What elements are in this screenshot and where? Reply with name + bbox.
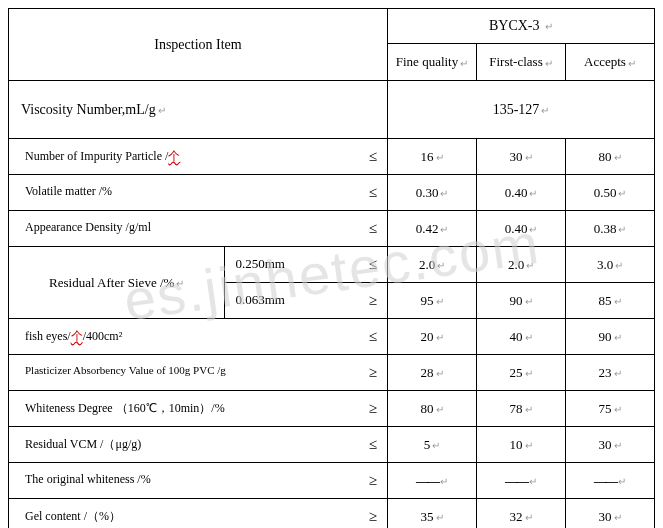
row-origwhite-label: The original whiteness /% ≥ (9, 463, 388, 499)
para-mark: ↵ (435, 260, 445, 271)
plasticizer-text: Plasticizer Absorbency Value of 100g PVC… (17, 364, 341, 381)
row-sieve-mesh-1: 0.063mm ≥ (225, 283, 388, 319)
para-mark: ↵ (616, 188, 626, 199)
whiteness-first: 78↵ (477, 391, 566, 427)
para-mark: ↵ (616, 476, 626, 487)
para-mark: ↵ (434, 404, 444, 415)
row-impurity-label: Number of Impurity Particle /个 ≤ (9, 139, 388, 175)
row-volatile-fine: 0.30↵ (388, 175, 477, 211)
row-density-fine: 0.42↵ (388, 211, 477, 247)
plasticizer-first: 25↵ (477, 355, 566, 391)
row-sieve-text: Residual After Sieve /% (49, 275, 174, 290)
fisheyes-first: 40↵ (477, 319, 566, 355)
vcm-accepts: 30↵ (566, 427, 655, 463)
whiteness-fine: 80↵ (388, 391, 477, 427)
header-product: BYCX-3 ↵ (388, 9, 655, 44)
para-mark: ↵ (438, 224, 448, 235)
whiteness-text: Whiteness Degree （160℃，10min）/% (17, 400, 341, 417)
row-plasticizer-label: Plasticizer Absorbency Value of 100g PVC… (9, 355, 388, 391)
mesh-1-text: 0.063mm (235, 292, 341, 309)
plasticizer-fine: 28↵ (388, 355, 477, 391)
para-mark: ↵ (523, 296, 533, 307)
row-impurity-accepts: 80↵ (566, 139, 655, 175)
fisheyes-red: 个 (71, 329, 83, 343)
para-mark: ↵ (524, 260, 534, 271)
sieve-1-first: 90↵ (477, 283, 566, 319)
cell-text: 75 (599, 401, 612, 416)
mesh-1-sym: ≥ (341, 292, 387, 309)
cell-text: 90 (599, 329, 612, 344)
header-inspection-item: Inspection Item (9, 9, 388, 81)
mesh-0-text: 0.250mm (235, 256, 341, 273)
cell-text: —— (416, 473, 438, 488)
para-mark: ↵ (523, 332, 533, 343)
para-mark: ↵ (612, 512, 622, 523)
gel-accepts: 30↵ (566, 499, 655, 529)
mesh-0-sym: ≤ (341, 256, 387, 273)
row-impurity-red: 个 (168, 149, 180, 163)
para-mark: ↵ (458, 58, 468, 69)
para-mark: ↵ (434, 152, 444, 163)
para-mark: ↵ (523, 368, 533, 379)
para-mark: ↵ (543, 58, 553, 69)
row-vcm-label: Residual VCM /（μg/g) ≤ (9, 427, 388, 463)
header-fine-text: Fine quality (396, 54, 458, 69)
vcm-text: Residual VCM /（μg/g) (17, 436, 341, 453)
cell-text: 78 (510, 401, 523, 416)
viscosity-value-text: 135-127 (493, 102, 540, 117)
para-mark: ↵ (539, 105, 549, 116)
para-mark: ↵ (430, 440, 440, 451)
viscosity-label: Viscosity Number,mL/g↵ (9, 81, 388, 139)
sieve-0-fine: 2.0↵ (388, 247, 477, 283)
cell-text: 0.40 (505, 185, 528, 200)
header-accepts: Accepts↵ (566, 44, 655, 81)
para-mark: ↵ (612, 152, 622, 163)
cell-text: 30 (599, 509, 612, 524)
para-mark: ↵ (523, 152, 533, 163)
para-mark: ↵ (612, 404, 622, 415)
origwhite-fine: ——↵ (388, 463, 477, 499)
para-mark: ↵ (434, 296, 444, 307)
cell-text: 23 (599, 365, 612, 380)
row-density-text: Appearance Density /g/ml (17, 220, 341, 237)
vcm-sym: ≤ (341, 436, 387, 453)
row-gel-label: Gel content /（%） ≥ (9, 499, 388, 529)
para-mark: ↵ (156, 105, 166, 116)
row-volatile-label: Volatile matter /% ≤ (9, 175, 388, 211)
para-mark: ↵ (616, 224, 626, 235)
row-volatile-text: Volatile matter /% (17, 184, 341, 201)
cell-text: 28 (421, 365, 434, 380)
cell-text: 16 (421, 149, 434, 164)
gel-first: 32↵ (477, 499, 566, 529)
sieve-0-first: 2.0↵ (477, 247, 566, 283)
cell-text: 40 (510, 329, 523, 344)
sieve-1-accepts: 85↵ (566, 283, 655, 319)
fisheyes-sym: ≤ (341, 328, 387, 345)
row-volatile-accepts: 0.50↵ (566, 175, 655, 211)
row-volatile-first: 0.40↵ (477, 175, 566, 211)
cell-text: 85 (599, 293, 612, 308)
cell-text: 0.38 (594, 221, 617, 236)
cell-text: 80 (599, 149, 612, 164)
para-mark: ↵ (527, 476, 537, 487)
row-density-label: Appearance Density /g/ml ≤ (9, 211, 388, 247)
fisheyes-fine: 20↵ (388, 319, 477, 355)
para-mark: ↵ (612, 332, 622, 343)
whiteness-sym: ≥ (341, 400, 387, 417)
fisheyes-suffix: /400cm² (83, 329, 123, 343)
para-mark: ↵ (527, 188, 537, 199)
viscosity-label-text: Viscosity Number,mL/g (21, 102, 156, 117)
cell-text: 3.0 (597, 257, 613, 272)
row-density-accepts: 0.38↵ (566, 211, 655, 247)
para-mark: ↵ (626, 58, 636, 69)
origwhite-text: The original whiteness /% (17, 472, 341, 489)
cell-text: 2.0 (508, 257, 524, 272)
fisheyes-accepts: 90↵ (566, 319, 655, 355)
cell-text: 0.50 (594, 185, 617, 200)
row-impurity-sym: ≤ (341, 148, 387, 165)
row-impurity-prefix: Number of Impurity Particle / (25, 149, 168, 163)
para-mark: ↵ (523, 512, 533, 523)
row-density-sym: ≤ (341, 220, 387, 237)
gel-text: Gel content /（%） (17, 508, 341, 525)
para-mark: ↵ (174, 278, 184, 289)
